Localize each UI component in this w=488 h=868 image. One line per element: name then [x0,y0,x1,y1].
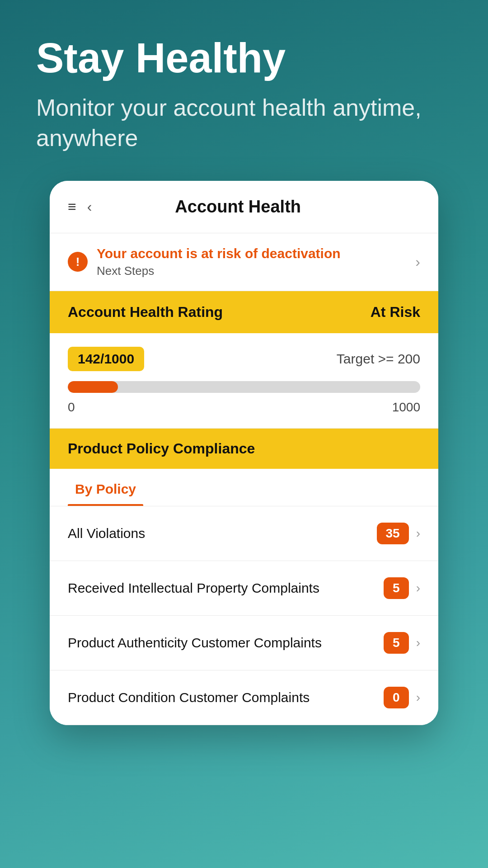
list-item-ip-complaints[interactable]: Received Intellectual Property Complaint… [50,561,438,616]
score-range-row: 0 1000 [68,400,420,415]
count-badge-all-violations: 35 [377,523,409,544]
list-item-label: Product Condition Customer Complaints [68,689,384,707]
list-item-right: 35 › [377,523,420,544]
alert-banner[interactable]: ! Your account is at risk of deactivatio… [50,233,438,291]
score-row: 142/1000 Target >= 200 [68,347,420,371]
alert-content: Your account is at risk of deactivation … [97,246,415,278]
app-header: ≡ ‹ Account Health [50,181,438,233]
rating-label: Account Health Rating [68,304,223,321]
score-range-min: 0 [68,400,75,415]
progress-bar-container [68,381,420,393]
product-policy-label: Product Policy Compliance [68,440,255,457]
product-policy-header: Product Policy Compliance [50,429,438,469]
chevron-right-icon: › [416,581,420,595]
chevron-right-icon: › [416,526,420,541]
phone-card: ≡ ‹ Account Health ! Your account is at … [50,181,438,725]
progress-bar-fill [68,381,118,393]
list-item-right: 5 › [384,632,420,654]
hero-subtitle: Monitor your account health anytime, any… [36,93,452,154]
alert-chevron-icon: › [415,254,420,270]
tabs-row: By Policy [50,469,438,506]
count-badge-ip-complaints: 5 [384,577,409,599]
count-badge-authenticity-complaints: 5 [384,632,409,654]
header-title: Account Health [56,197,420,217]
list-item-label: Received Intellectual Property Complaint… [68,579,384,598]
score-section: 142/1000 Target >= 200 0 1000 [50,333,438,429]
list-item-right: 5 › [384,577,420,599]
alert-main-text: Your account is at risk of deactivation [97,246,415,261]
list-item-label: Product Authenticity Customer Complaints [68,634,384,652]
score-range-max: 1000 [392,400,420,415]
chevron-right-icon: › [416,636,420,650]
chevron-right-icon: › [416,690,420,705]
list-item-condition-complaints[interactable]: Product Condition Customer Complaints 0 … [50,670,438,725]
alert-sub-text: Next Steps [97,264,415,278]
tab-by-policy[interactable]: By Policy [68,469,143,506]
list-item-right: 0 › [384,687,420,708]
score-badge: 142/1000 [68,347,144,371]
count-badge-condition-complaints: 0 [384,687,409,708]
score-target: Target >= 200 [337,351,420,367]
hero-title: Stay Healthy [36,36,452,80]
hero-section: Stay Healthy Monitor your account health… [27,36,461,181]
rating-status: At Risk [371,304,420,321]
list-item-label: All Violations [68,524,377,543]
list-item-authenticity-complaints[interactable]: Product Authenticity Customer Complaints… [50,616,438,670]
list-item-all-violations[interactable]: All Violations 35 › [50,506,438,561]
alert-icon: ! [68,252,88,272]
rating-banner: Account Health Rating At Risk [50,291,438,333]
